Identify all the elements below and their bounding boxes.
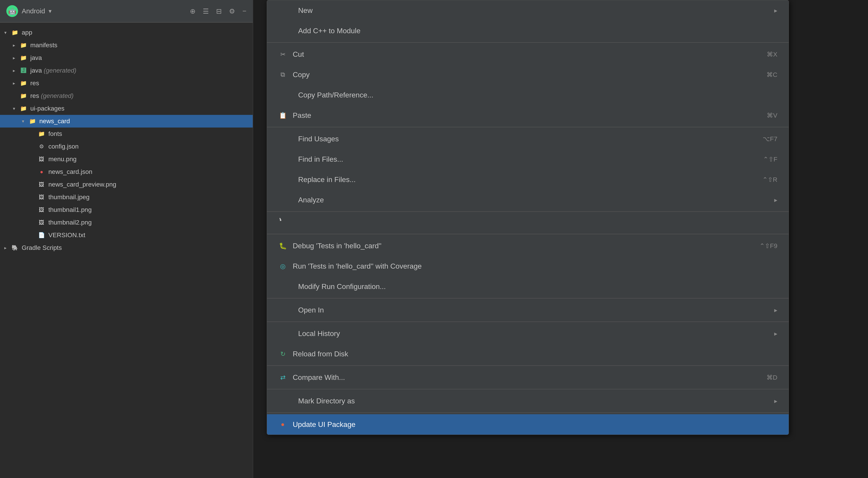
tree-label: thumbnail1.png — [49, 206, 248, 213]
menu-label-run-coverage: Run 'Tests in 'hello_card'' with Coverag… — [293, 262, 777, 270]
loading-spinner: ʻ — [267, 213, 789, 233]
add-icon[interactable]: ⊕ — [190, 7, 195, 15]
tree-item-thumbnail1-png[interactable]: 🖼 thumbnail1.png — [0, 204, 253, 216]
replace-in-files-shortcut: ⌃⇧R — [763, 176, 777, 183]
submenu-arrow-icon: ▸ — [774, 330, 777, 337]
menu-item-reload-from-disk[interactable]: ↻ Reload from Disk — [267, 344, 789, 364]
tree-item-res[interactable]: 📁 res — [0, 77, 253, 90]
menu-label-find-in-files: Find in Files... — [298, 155, 758, 163]
chevron-icon — [20, 118, 26, 124]
tree-item-manifests[interactable]: 📁 manifests — [0, 39, 253, 52]
menu-item-copy-path[interactable]: Copy Path/Reference... — [267, 85, 789, 105]
tree-label: news_card_preview.png — [49, 181, 248, 188]
menu-label-mark-directory-as: Mark Directory as — [298, 397, 769, 405]
separator — [267, 412, 789, 413]
menu-label-new: New — [298, 6, 769, 15]
tree-label: news_card.json — [49, 168, 248, 176]
folder-icon: 📁 — [29, 117, 37, 125]
menu-item-replace-in-files[interactable]: Replace in Files... ⌃⇧R — [267, 169, 789, 190]
menu-item-paste[interactable]: 📋 Paste ⌘V — [267, 105, 789, 125]
menu-item-mark-directory-as[interactable]: Mark Directory as ▸ — [267, 391, 789, 411]
settings-icon[interactable]: ⚙ — [229, 7, 235, 15]
tree-item-menu-png[interactable]: 🖼 menu.png — [0, 153, 253, 166]
find-usages-shortcut: ⌥F7 — [763, 135, 777, 143]
menu-label-copy-path: Copy Path/Reference... — [298, 91, 777, 99]
submenu-arrow-icon: ▸ — [774, 306, 777, 314]
paste-icon: 📋 — [278, 111, 287, 120]
tree-item-news-card-json[interactable]: ● news_card.json — [0, 166, 253, 178]
tree-item-java-generated[interactable]: 🅹 java (generated) — [0, 64, 253, 77]
tree-item-version-txt[interactable]: 📄 VERSION.txt — [0, 229, 253, 241]
folder-icon: 📁 — [20, 104, 28, 113]
tree-item-config-json[interactable]: ⚙ config.json — [0, 140, 253, 153]
tree-item-app[interactable]: 📁 app — [0, 26, 253, 39]
tree-label: java (generated) — [30, 67, 248, 74]
png-file-icon: 🖼 — [37, 155, 46, 163]
menu-label-add-cpp: Add C++ to Module — [298, 27, 777, 35]
expand-icon[interactable]: ⊟ — [216, 7, 222, 15]
menu-item-find-in-files[interactable]: Find in Files... ⌃⇧F — [267, 149, 789, 169]
folder-icon: 📁 — [11, 29, 19, 37]
chevron-icon — [11, 68, 17, 73]
tree-label: menu.png — [49, 155, 248, 163]
submenu-arrow-icon: ▸ — [774, 196, 777, 204]
menu-label-cut: Cut — [293, 50, 761, 59]
minimize-icon[interactable]: − — [242, 7, 246, 15]
coverage-icon: ◎ — [278, 262, 287, 271]
folder-icon: 📁 — [20, 41, 28, 49]
separator — [267, 389, 789, 389]
separator — [267, 365, 789, 366]
tree-label: config.json — [49, 143, 248, 150]
separator — [267, 211, 789, 212]
menu-item-analyze[interactable]: Analyze ▸ — [267, 190, 789, 210]
menu-label-compare-with: Compare With... — [293, 373, 761, 382]
folder-icon: 📁 — [20, 54, 28, 62]
png-file-icon: 🖼 — [37, 206, 46, 214]
tree-label: VERSION.txt — [49, 232, 248, 239]
tree-item-java[interactable]: 📁 java — [0, 52, 253, 64]
tree-item-fonts[interactable]: 📁 fonts — [0, 127, 253, 140]
toolbar-icons: ⊕ ☰ ⊟ ⚙ − — [190, 7, 246, 15]
png-file-icon: 🖼 — [37, 218, 46, 227]
file-tree-panel: 🤖 Android ▾ ⊕ ☰ ⊟ ⚙ − 📁 app 📁 manifests … — [0, 0, 253, 478]
compare-icon: ⇄ — [278, 373, 287, 382]
tree-item-news-card[interactable]: 📁 news_card — [0, 115, 253, 127]
tree-label: thumbnail.jpeg — [49, 193, 248, 201]
paste-shortcut: ⌘V — [767, 112, 777, 119]
cut-shortcut: ⌘X — [767, 51, 777, 58]
tree-item-thumbnail-jpeg[interactable]: 🖼 thumbnail.jpeg — [0, 191, 253, 204]
menu-item-compare-with[interactable]: ⇄ Compare With... ⌘D — [267, 367, 789, 388]
tree-item-res-generated[interactable]: 📁 res (generated) — [0, 90, 253, 102]
menu-item-add-cpp[interactable]: Add C++ to Module — [267, 21, 789, 41]
project-title[interactable]: 🤖 Android ▾ — [6, 5, 52, 17]
menu-label-update-ui-package: Update UI Package — [293, 420, 777, 429]
menu-label-find-usages: Find Usages — [298, 135, 757, 143]
chevron-icon — [11, 106, 17, 111]
reload-icon: ↻ — [278, 349, 287, 358]
cut-icon: ✂ — [278, 50, 287, 59]
chevron-icon — [11, 55, 17, 61]
menu-item-update-ui-package[interactable]: ● Update UI Package — [267, 414, 789, 435]
tree-item-news-card-preview-png[interactable]: 🖼 news_card_preview.png — [0, 178, 253, 191]
tree-item-thumbnail2-png[interactable]: 🖼 thumbnail2.png — [0, 216, 253, 229]
menu-item-cut[interactable]: ✂ Cut ⌘X — [267, 44, 789, 64]
menu-item-find-usages[interactable]: Find Usages ⌥F7 — [267, 129, 789, 149]
menu-item-local-history[interactable]: Local History ▸ — [267, 323, 789, 344]
tree-item-ui-packages[interactable]: 📁 ui-packages — [0, 102, 253, 115]
json-file-icon: ● — [37, 168, 46, 176]
collapse-all-icon[interactable]: ☰ — [203, 7, 209, 15]
submenu-arrow-icon: ▸ — [774, 7, 777, 14]
menu-item-new[interactable]: New ▸ — [267, 0, 789, 21]
menu-item-open-in[interactable]: Open In ▸ — [267, 300, 789, 320]
menu-item-copy[interactable]: ⧉ Copy ⌘C — [267, 64, 789, 85]
menu-item-modify-run-config[interactable]: Modify Run Configuration... — [267, 276, 789, 297]
menu-item-run-coverage[interactable]: ◎ Run 'Tests in 'hello_card'' with Cover… — [267, 256, 789, 276]
menu-label-replace-in-files: Replace in Files... — [298, 176, 757, 184]
menu-item-debug-tests[interactable]: 🐛 Debug 'Tests in 'hello_card'' ⌃⇧F9 — [267, 236, 789, 256]
separator — [267, 42, 789, 43]
separator — [267, 234, 789, 234]
separator — [267, 322, 789, 322]
tree-label: java — [30, 54, 248, 61]
tree-item-gradle-scripts[interactable]: 🐘 Gradle Scripts — [0, 241, 253, 254]
tree-label: news_card — [39, 118, 248, 125]
